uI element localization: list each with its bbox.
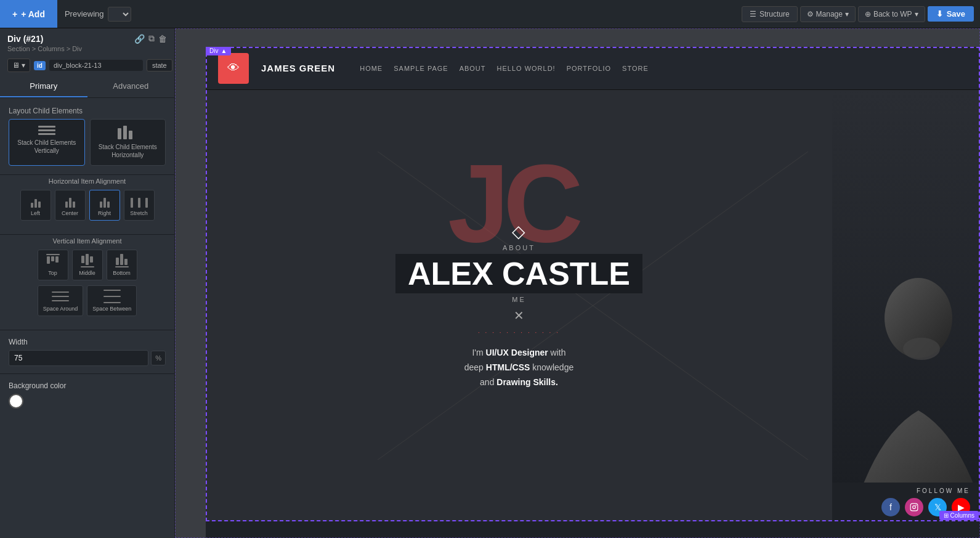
align-right-btn[interactable]: Right	[89, 190, 120, 221]
div-badge[interactable]: Div ▲	[206, 47, 231, 55]
manage-button[interactable]: ⚙ Manage ▾	[800, 6, 856, 22]
delete-icon[interactable]: 🗑	[158, 33, 167, 44]
stack-horiz-label: Stack Child Elements Horizontally	[94, 143, 162, 159]
site-main-area: JC ◇ ABOUT ALEX CASTLE ME ✕ · · · · · · …	[206, 90, 832, 521]
add-button[interactable]: + + Add	[0, 0, 57, 28]
device-button[interactable]: 🖥 ▾	[7, 59, 30, 72]
layout-section-title: Layout Child Elements	[0, 98, 174, 119]
add-label: + Add	[21, 9, 45, 19]
stack-vert-icon	[37, 126, 57, 135]
horiz-align-title: Horizontal Item Alignment	[9, 177, 166, 185]
svg-point-6	[915, 505, 917, 506]
site-brand: JAMES GREEN	[261, 63, 335, 73]
site-nav: 👁 JAMES GREEN HOME SAMPLE PAGE ABOUT HEL…	[206, 47, 980, 90]
width-input[interactable]	[9, 350, 148, 366]
preview-select[interactable]	[108, 7, 131, 22]
valign-space-around-icon	[52, 290, 69, 303]
align-right-label: Right	[98, 210, 111, 216]
columns-badge[interactable]: ⊞ Columns	[939, 511, 979, 520]
breadcrumb: Section > Columns > Div	[7, 45, 167, 52]
tab-advanced[interactable]: Advanced	[87, 76, 175, 97]
chevron-down-icon: ▾	[915, 10, 918, 18]
logo-icon: 👁	[227, 61, 240, 75]
site-logo: 👁	[218, 53, 249, 84]
nav-hello[interactable]: HELLO WORLD!	[497, 65, 556, 72]
valign-top-btn[interactable]: Top	[38, 250, 68, 280]
valign-space-between-label: Space Between	[92, 306, 131, 312]
id-input[interactable]	[49, 60, 143, 71]
site-right-col: FOLLOW ME f 𝕏	[832, 90, 980, 521]
align-left-icon	[27, 194, 44, 208]
valign-space-around-btn[interactable]: Space Around	[38, 285, 84, 316]
topbar-right: ☰ Structure ⚙ Manage ▾ ⊕ Back to WP ▾ ⬇ …	[742, 6, 980, 22]
stack-vertically-option[interactable]: Stack Child Elements Vertically	[9, 119, 85, 166]
chevron-down-icon: ▾	[845, 10, 849, 18]
width-section: Width %	[0, 333, 174, 371]
width-input-row: %	[9, 350, 166, 366]
bg-color-swatch[interactable]	[9, 394, 23, 409]
svg-point-5	[913, 506, 916, 509]
stack-horiz-icon	[118, 126, 137, 139]
vert-align-row-top: Top Middle	[9, 250, 166, 280]
svg-rect-4	[910, 503, 918, 511]
align-left-btn[interactable]: Left	[20, 190, 51, 221]
site-about: ◇ ABOUT ALEX CASTLE ME ✕ · · · · · · · ·…	[395, 221, 642, 389]
follow-label: FOLLOW ME	[842, 487, 970, 494]
valign-bottom-btn[interactable]: Bottom	[107, 250, 137, 280]
valign-top-label: Top	[48, 270, 57, 276]
site-nav-links: HOME SAMPLE PAGE ABOUT HELLO WORLD! PORT…	[360, 65, 649, 72]
previewing-label: Previewing	[65, 9, 104, 18]
tab-primary[interactable]: Primary	[0, 76, 87, 97]
site-wrapper: Div ▲ 👁 JAMES GREEN HOME SAMPLE PAGE ABO…	[206, 47, 980, 521]
width-unit: %	[151, 351, 166, 365]
topbar: + + Add Previewing ☰ Structure ⚙ Manage …	[0, 0, 980, 28]
preview-section: Previewing	[57, 7, 139, 22]
nav-store[interactable]: STORE	[622, 65, 649, 72]
wp-icon: ⊕	[865, 10, 871, 18]
nav-portfolio[interactable]: PORTFOLIO	[567, 65, 611, 72]
valign-space-between-btn[interactable]: Space Between	[87, 285, 137, 316]
nav-sample[interactable]: SAMPLE PAGE	[394, 65, 448, 72]
valign-space-around-label: Space Around	[43, 306, 78, 312]
plus-icon: +	[12, 9, 17, 19]
align-center-label: Center	[62, 210, 78, 216]
site-title: ALEX CASTLE	[395, 254, 642, 293]
horizontal-align-section: Horizontal Item Alignment Left	[0, 177, 174, 232]
state-button[interactable]: state	[147, 59, 172, 71]
me-label: ME	[395, 296, 642, 303]
back-to-wp-button[interactable]: ⊕ Back to WP ▾	[858, 6, 925, 22]
align-stretch-label: Stretch	[130, 210, 148, 216]
save-button[interactable]: ⬇ Save	[928, 6, 974, 22]
facebook-icon[interactable]: f	[881, 498, 900, 516]
valign-space-between-icon	[103, 290, 121, 303]
instagram-icon[interactable]	[905, 498, 923, 516]
manage-icon: ⚙	[807, 10, 814, 18]
left-panel: Div (#21) 🔗 ⧉ 🗑 Section > Columns > Div …	[0, 28, 175, 538]
nav-about[interactable]: ABOUT	[460, 65, 486, 72]
vertical-align-section: Vertical Item Alignment Top	[0, 237, 174, 327]
canvas-inner: Div ▲ 👁 JAMES GREEN HOME SAMPLE PAGE ABO…	[206, 47, 980, 538]
align-center-btn[interactable]: Center	[55, 190, 86, 221]
copy-icon[interactable]: ⧉	[148, 33, 155, 44]
cross-icon: ✕	[395, 308, 642, 323]
structure-button[interactable]: ☰ Structure	[742, 6, 798, 22]
align-center-icon	[62, 194, 79, 208]
div-label: Div	[209, 47, 218, 54]
diamond-icon: ◇	[395, 221, 642, 242]
vert-align-row-bottom: Space Around Space Between	[9, 285, 166, 316]
horiz-align-row: Left Center	[9, 190, 166, 221]
nav-home[interactable]: HOME	[360, 65, 383, 72]
vert-align-title: Vertical Item Alignment	[9, 237, 166, 245]
monitor-icon: 🖥	[12, 61, 20, 70]
align-stretch-btn[interactable]: Stretch	[124, 190, 155, 221]
person-silhouette	[832, 90, 980, 521]
valign-middle-btn[interactable]: Middle	[72, 250, 103, 280]
align-left-label: Left	[31, 210, 40, 216]
valign-bottom-label: Bottom	[113, 270, 131, 276]
link-icon[interactable]: 🔗	[134, 33, 145, 44]
chevron-down-icon: ▾	[22, 61, 25, 70]
save-icon: ⬇	[936, 9, 943, 18]
site-description: I'm UI/UX Designer with deep HTML/CSS kn…	[395, 346, 642, 389]
stack-horizontally-option[interactable]: Stack Child Elements Horizontally	[90, 119, 166, 166]
width-label: Width	[9, 338, 166, 346]
